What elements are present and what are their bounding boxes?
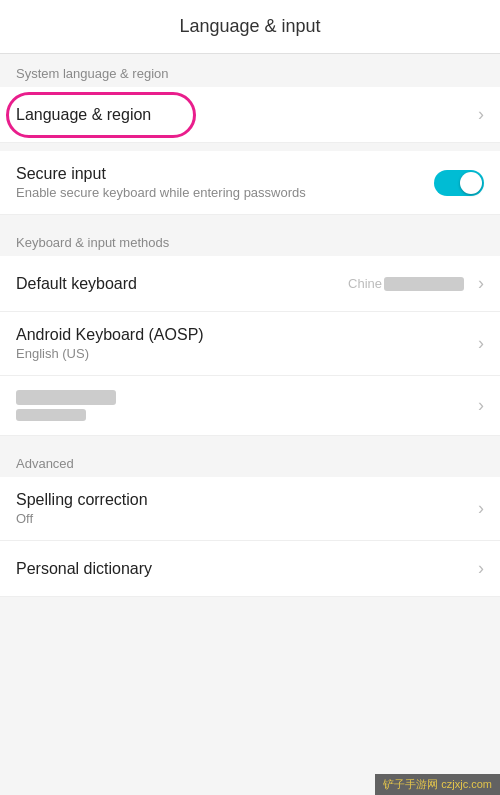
section-label-keyboard: Keyboard & input methods	[0, 223, 500, 256]
chevron-icon-3: ›	[478, 333, 484, 354]
blurred-subtitle-block	[16, 409, 86, 421]
list-item-android-keyboard[interactable]: Android Keyboard (AOSP) English (US) ›	[0, 312, 500, 376]
android-keyboard-subtitle: English (US)	[16, 346, 474, 361]
spelling-correction-subtitle: Off	[16, 511, 474, 526]
list-item-language-region[interactable]: Language & region ›	[0, 87, 500, 143]
section-label-advanced: Advanced	[0, 444, 500, 477]
chevron-icon-6: ›	[478, 558, 484, 579]
separator-2	[0, 215, 500, 223]
default-keyboard-content: Default keyboard	[16, 275, 348, 293]
list-item-blurred[interactable]: ›	[0, 376, 500, 436]
list-item-spelling-correction[interactable]: Spelling correction Off ›	[0, 477, 500, 541]
language-region-content: Language & region	[16, 106, 474, 124]
blurred-item-content	[16, 390, 474, 421]
personal-dictionary-title: Personal dictionary	[16, 560, 474, 578]
android-keyboard-title: Android Keyboard (AOSP)	[16, 326, 474, 344]
chevron-icon-4: ›	[478, 395, 484, 416]
separator-1	[0, 143, 500, 151]
default-keyboard-title: Default keyboard	[16, 275, 348, 293]
list-item-secure-input[interactable]: Secure input Enable secure keyboard whil…	[0, 151, 500, 215]
android-keyboard-content: Android Keyboard (AOSP) English (US)	[16, 326, 474, 361]
list-item-default-keyboard[interactable]: Default keyboard Chine ›	[0, 256, 500, 312]
secure-input-title: Secure input	[16, 165, 434, 183]
page-container: Language & input System language & regio…	[0, 0, 500, 795]
chevron-icon-2: ›	[478, 273, 484, 294]
blurred-title-block	[16, 390, 116, 405]
section-label-system-language: System language & region	[0, 54, 500, 87]
chevron-icon-5: ›	[478, 498, 484, 519]
secure-input-content: Secure input Enable secure keyboard whil…	[16, 165, 434, 200]
page-title: Language & input	[179, 16, 320, 36]
secure-input-subtitle: Enable secure keyboard while entering pa…	[16, 185, 434, 200]
language-region-title: Language & region	[16, 106, 474, 124]
spelling-correction-title: Spelling correction	[16, 491, 474, 509]
watermark: 铲子手游网 czjxjc.com	[375, 774, 500, 795]
personal-dictionary-content: Personal dictionary	[16, 560, 474, 578]
separator-3	[0, 436, 500, 444]
spelling-correction-content: Spelling correction Off	[16, 491, 474, 526]
blurred-value-1	[384, 277, 464, 291]
chevron-icon: ›	[478, 104, 484, 125]
header: Language & input	[0, 0, 500, 54]
list-item-personal-dictionary[interactable]: Personal dictionary ›	[0, 541, 500, 597]
default-keyboard-value: Chine	[348, 276, 466, 292]
secure-input-toggle[interactable]	[434, 170, 484, 196]
